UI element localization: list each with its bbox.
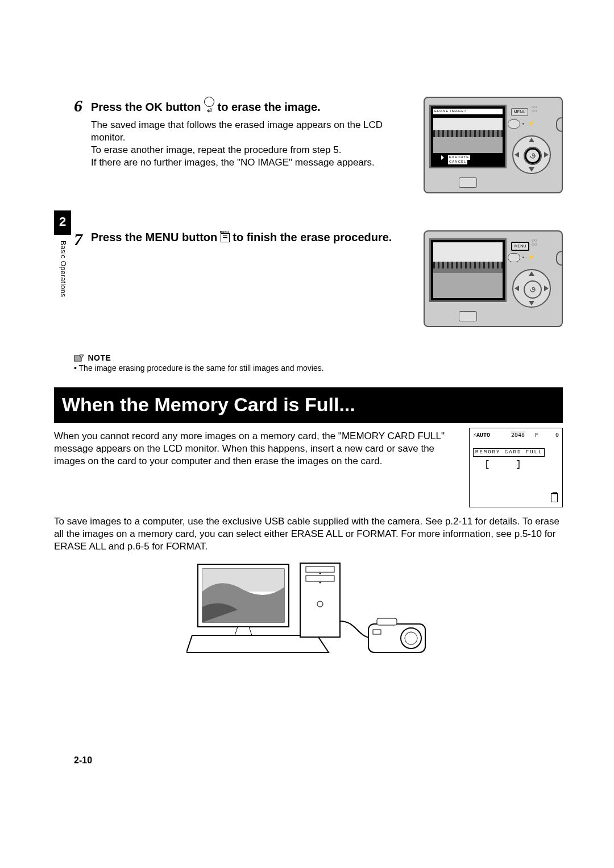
section-heading: When the Memory Card is Full... — [54, 387, 563, 423]
lcd-status-row: ⚡AUTO 2048 F 0 — [473, 432, 559, 439]
camera-speaker-dots: ○○○○ — [532, 105, 537, 113]
note-label: NOTE — [88, 353, 111, 362]
chapter-number: 2 — [54, 210, 71, 235]
svg-marker-1 — [529, 167, 534, 172]
lcd-title: ERASE IMAGE? — [433, 109, 503, 114]
lcd-selector-arrow — [441, 155, 444, 160]
camera-grip — [556, 117, 563, 132]
dpad-up-icon — [529, 138, 534, 142]
svg-point-15 — [319, 572, 321, 574]
lcd-brackets: [ ] — [473, 459, 559, 471]
camera-power-button — [508, 119, 520, 129]
note-bullet: • The image erasing procedure is the sam… — [74, 363, 563, 373]
lcd-message: MEMORY CARD FULL — [473, 448, 545, 457]
section-para-1: When you cannot record any more images o… — [54, 430, 460, 468]
dpad-left-icon — [515, 152, 519, 158]
camera-indicator-dot — [522, 123, 524, 125]
svg-point-16 — [319, 581, 321, 583]
step-heading-part-a: Press the MENU button — [91, 231, 221, 243]
step-body-line: The saved image that follows the erased … — [91, 119, 409, 144]
computer-diagram-svg — [186, 559, 431, 655]
lcd-count: 0 — [555, 432, 559, 439]
svg-rect-19 — [377, 618, 397, 625]
camera-menu-button: MENU — [511, 108, 528, 116]
step-heading-part-b: to finish the erase procedure. — [233, 231, 392, 243]
svg-marker-4 — [529, 271, 534, 276]
camera-body: ERASE IMAGE? EXECUTE CANCEL MENU ○○○○ ⚡ — [424, 97, 563, 193]
memory-full-lcd: ⚡AUTO 2048 F 0 MEMORY CARD FULL [ ] — [469, 428, 563, 507]
step-7: 7 Press the MENU button to finish the er… — [74, 230, 563, 336]
section-para-2: To save images to a computer, use the ex… — [54, 515, 563, 553]
memory-section: When you cannot record any more images o… — [54, 430, 563, 515]
svg-rect-13 — [306, 567, 334, 572]
ok-icon — [525, 148, 541, 164]
step-heading-part-a: Press the OK button — [91, 101, 204, 113]
dpad-left-icon — [515, 286, 519, 291]
svg-rect-14 — [306, 576, 334, 581]
lcd-quality: F — [535, 432, 538, 439]
lcd-res-group: 2048 F 0 — [511, 432, 559, 439]
camera-indicator-dot — [522, 257, 524, 258]
note-block: NOTE • The image erasing procedure is th… — [74, 353, 563, 373]
camera-grip — [556, 251, 563, 266]
svg-point-21 — [405, 632, 417, 644]
dpad-ok-button — [524, 280, 542, 299]
camera-dpad — [509, 132, 554, 177]
note-heading: NOTE — [74, 353, 563, 363]
camera-illustration: MENU ○○○○ ⚡ — [424, 230, 563, 327]
camera-lcd — [429, 238, 507, 302]
battery-icon — [551, 493, 558, 502]
dpad-down-icon — [529, 301, 534, 305]
lcd-resolution: 2048 — [511, 432, 525, 439]
camera-power-button — [508, 253, 520, 262]
svg-marker-0 — [529, 138, 534, 142]
computer-transfer-illustration — [186, 559, 431, 655]
ok-button-icon: ⏎ — [204, 97, 214, 107]
camera-lcd: ERASE IMAGE? EXECUTE CANCEL — [429, 105, 507, 168]
lcd-photo — [433, 118, 503, 153]
camera-screen-button — [459, 177, 477, 188]
dpad-up-icon — [529, 271, 534, 276]
note-icon — [74, 354, 84, 362]
step-number: 6 — [74, 94, 82, 117]
ok-icon — [525, 282, 541, 297]
camera-illustration: ERASE IMAGE? EXECUTE CANCEL MENU ○○○○ ⚡ — [424, 97, 563, 193]
page-number: 2-10 — [74, 755, 92, 767]
step-body: The saved image that follows the erased … — [91, 119, 409, 169]
camera-speaker-dots: ○○○○ — [532, 238, 537, 246]
svg-rect-22 — [373, 630, 381, 634]
svg-marker-5 — [529, 301, 534, 305]
step-heading: Press the OK button ⏎ to erase the image… — [91, 97, 409, 114]
step-heading-part-b: to erase the image. — [217, 101, 320, 113]
svg-marker-6 — [515, 286, 519, 291]
svg-marker-7 — [544, 286, 549, 291]
lcd-photo — [433, 242, 503, 298]
lcd-flash-mode: ⚡AUTO — [473, 432, 490, 439]
dpad-ok-button — [524, 147, 542, 165]
dpad-down-icon — [529, 167, 534, 172]
flash-icon: ⚡ — [527, 119, 535, 127]
step-6: 6 Press the OK button ⏎ to erase the ima… — [74, 97, 563, 202]
camera-body: MENU ○○○○ ⚡ — [424, 230, 563, 327]
step-heading: Press the MENU button to finish the eras… — [91, 230, 409, 245]
svg-marker-3 — [544, 152, 549, 158]
dpad-right-icon — [544, 286, 549, 291]
lcd-option-execute: EXECUTE — [448, 155, 470, 160]
step-body-line: If there are no further images, the "NO … — [91, 156, 409, 169]
chapter-title: Basic Operations — [58, 235, 67, 297]
camera-dpad — [509, 266, 554, 311]
camera-menu-button-highlighted: MENU — [511, 242, 529, 251]
step-body-line: To erase another image, repeat the proce… — [91, 144, 409, 156]
dpad-right-icon — [544, 152, 549, 158]
svg-marker-2 — [515, 152, 519, 158]
chapter-tab: 2 Basic Operations — [54, 210, 71, 300]
camera-screen-button — [459, 311, 477, 321]
step-number: 7 — [74, 228, 82, 250]
flash-icon: ⚡ — [527, 253, 535, 261]
lcd-option-cancel: CANCEL — [448, 160, 467, 164]
manual-page: 2 Basic Operations 6 Press the OK button… — [0, 0, 614, 868]
menu-button-icon — [221, 233, 230, 242]
